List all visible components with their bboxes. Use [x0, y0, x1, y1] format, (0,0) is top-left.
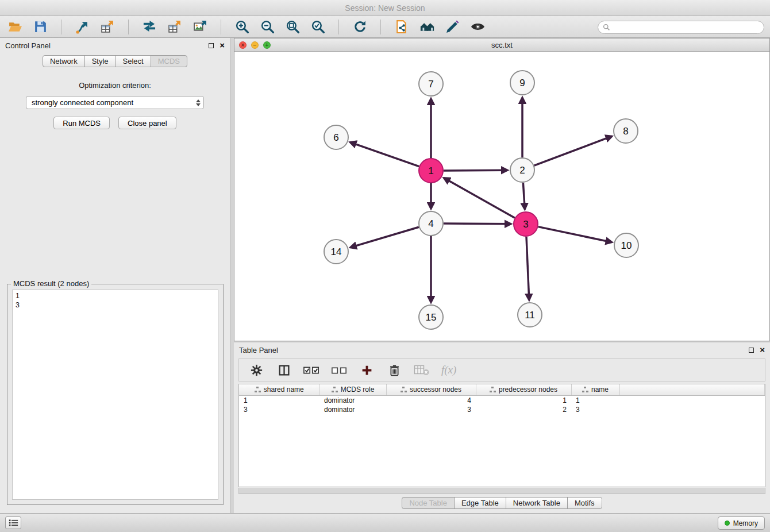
graph-node-14[interactable]: 14: [324, 240, 348, 264]
table-cell[interactable]: 3: [239, 405, 319, 414]
graph-node-2[interactable]: 2: [510, 158, 534, 182]
column-hierarchy-icon: [582, 387, 588, 392]
open-file-icon[interactable]: [6, 18, 24, 36]
graph-node-11[interactable]: 11: [518, 303, 542, 327]
table-row[interactable]: 1dominator411: [239, 395, 765, 405]
tab-motifs[interactable]: Motifs: [567, 497, 602, 509]
graph-node-8[interactable]: 8: [614, 119, 638, 143]
column-hierarchy-icon: [332, 387, 338, 392]
table-cell[interactable]: 1: [571, 395, 619, 405]
graph-node-1[interactable]: 1: [419, 159, 443, 183]
column-settings-icon[interactable]: [248, 362, 264, 378]
optimization-criterion-select[interactable]: strongly connected component: [26, 96, 204, 109]
table-cell[interactable]: 1: [239, 395, 319, 405]
graph-edge-3-1[interactable]: [444, 178, 515, 218]
graph-node-15[interactable]: 15: [419, 305, 443, 329]
search-input[interactable]: [613, 23, 759, 32]
graph-node-label: 6: [333, 132, 338, 143]
tab-network[interactable]: Network: [43, 55, 85, 67]
tab-mcds[interactable]: MCDS: [151, 55, 187, 67]
column-header-predecessor-nodes[interactable]: predecessor nodes: [476, 384, 571, 395]
graph-edge-1-2[interactable]: [444, 170, 507, 171]
search-box[interactable]: [598, 21, 764, 34]
show-panels-button[interactable]: [5, 516, 21, 529]
table-cell[interactable]: 2: [476, 405, 571, 414]
add-row-icon[interactable]: [359, 362, 375, 378]
close-panel-button[interactable]: Close panel: [118, 117, 176, 129]
close-table-panel-icon[interactable]: ×: [760, 347, 765, 353]
graph-edge-3-10[interactable]: [538, 227, 612, 242]
float-table-panel-icon[interactable]: [749, 348, 754, 353]
run-mcds-button[interactable]: Run MCDS: [53, 117, 110, 129]
graph-edge-1-6[interactable]: [351, 142, 419, 167]
table-cell[interactable]: dominator: [319, 405, 386, 414]
delete-table-icon[interactable]: [414, 362, 430, 378]
memory-button[interactable]: Memory: [718, 516, 765, 530]
column-header-successor-nodes[interactable]: successor nodes: [386, 384, 476, 395]
tab-network-table[interactable]: Network Table: [506, 497, 568, 509]
deselect-all-rows-icon[interactable]: [331, 362, 347, 378]
tab-edge-table[interactable]: Edge Table: [454, 497, 506, 509]
window-titlebar[interactable]: Session: New Session: [0, 0, 770, 16]
graph-node-label: 9: [519, 78, 525, 88]
tab-style[interactable]: Style: [84, 55, 116, 67]
function-builder-icon[interactable]: f(x): [441, 364, 456, 376]
network-view[interactable]: 7968124314101511: [234, 52, 769, 341]
toggle-columns-icon[interactable]: [276, 362, 292, 378]
export-table-icon[interactable]: [165, 18, 184, 36]
graph-node-label: 8: [623, 126, 628, 137]
graph-node-10[interactable]: 10: [614, 233, 638, 257]
graph-edge-2-8[interactable]: [534, 136, 612, 165]
graph-node-label: 11: [525, 310, 535, 321]
tab-node-table[interactable]: Node Table: [402, 497, 455, 509]
table-cell[interactable]: 4: [386, 395, 476, 405]
refresh-view-icon[interactable]: [351, 18, 369, 36]
graph-edge-3-11[interactable]: [526, 237, 529, 300]
graph-edge-2-3[interactable]: [523, 183, 525, 209]
table-cell[interactable]: dominator: [319, 395, 386, 405]
graph-node-4[interactable]: 4: [419, 211, 443, 236]
close-window-icon[interactable]: ×: [239, 41, 247, 49]
toolbar-icons: [0, 18, 487, 36]
graph-node-7[interactable]: 7: [419, 72, 443, 96]
apply-style-icon[interactable]: [443, 18, 461, 36]
export-image-icon[interactable]: [191, 18, 209, 36]
import-table-icon[interactable]: [98, 18, 117, 36]
graph-node-6[interactable]: 6: [324, 125, 348, 149]
zoom-window-icon[interactable]: +: [263, 41, 271, 49]
tab-select[interactable]: Select: [116, 55, 151, 67]
first-neighbors-icon[interactable]: [140, 18, 159, 36]
minimize-window-icon[interactable]: −: [251, 41, 259, 49]
float-panel-icon[interactable]: [209, 43, 214, 48]
toolbar-separator: [128, 20, 129, 34]
graph-node-3[interactable]: 3: [514, 212, 538, 236]
graph-edge-4-14[interactable]: [351, 227, 419, 247]
column-header-shared-name[interactable]: shared name: [239, 384, 319, 395]
select-all-rows-icon[interactable]: [303, 362, 319, 378]
save-session-icon[interactable]: [31, 18, 49, 36]
main-toolbar: [0, 16, 770, 38]
memory-status-icon: [725, 521, 730, 526]
mcds-result-list[interactable]: 13: [12, 290, 218, 500]
network-window-titlebar[interactable]: ×−+ scc.txt: [234, 38, 769, 52]
application-window: Session: New Session Control Panel × Net…: [0, 0, 770, 532]
table-cell[interactable]: 3: [571, 405, 619, 414]
graph-node-9[interactable]: 9: [510, 71, 534, 95]
column-header-name[interactable]: name: [571, 384, 619, 395]
show-graphics-icon[interactable]: [468, 18, 487, 36]
column-header-MCDS-role[interactable]: MCDS role: [319, 384, 386, 395]
delete-rows-icon[interactable]: [386, 362, 402, 378]
clone-network-icon[interactable]: [73, 18, 91, 36]
zoom-in-icon[interactable]: [233, 18, 251, 36]
zoom-fit-icon[interactable]: [283, 18, 302, 36]
table-row[interactable]: 3dominator323: [239, 405, 765, 414]
table-cell[interactable]: 3: [386, 405, 476, 414]
home-icon[interactable]: [418, 18, 436, 36]
graph-edge-4-3[interactable]: [444, 223, 511, 224]
table-scroll-strip[interactable]: [238, 488, 765, 494]
share-document-icon[interactable]: [392, 18, 411, 36]
table-cell[interactable]: 1: [476, 395, 571, 405]
zoom-selected-icon[interactable]: [309, 18, 327, 36]
close-panel-icon[interactable]: ×: [220, 43, 225, 48]
zoom-out-icon[interactable]: [258, 18, 276, 36]
